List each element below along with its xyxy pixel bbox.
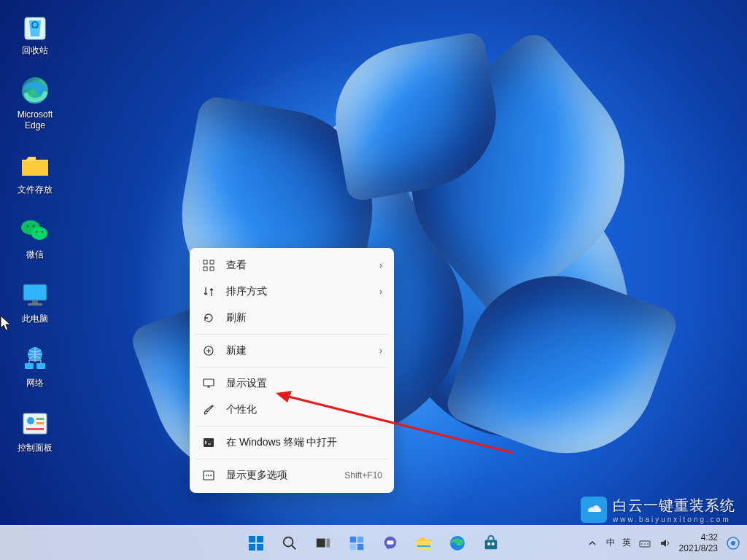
chevron-right-icon: › [379, 260, 382, 271]
edge-taskbar-button[interactable] [443, 529, 472, 558]
context-menu-refresh[interactable]: 刷新 [194, 305, 390, 331]
context-menu-label: 在 Windows 终端 中打开 [226, 436, 382, 449]
context-menu-label: 刷新 [226, 311, 382, 324]
desktop-icon-label: 回收站 [22, 45, 48, 55]
desktop-icon-label: Microsoft Edge [7, 109, 63, 131]
svg-point-29 [208, 475, 209, 476]
svg-point-4 [27, 225, 29, 227]
context-menu-new[interactable]: 新建 › [194, 338, 390, 364]
system-tray: 中 英 4:32 2021/8/23 [586, 526, 741, 561]
terminal-icon [201, 435, 216, 450]
svg-rect-50 [485, 540, 498, 549]
desktop-icons-column: 回收站 Microsoft Edge [7, 7, 63, 456]
grid-icon [201, 258, 216, 273]
svg-rect-22 [204, 267, 207, 271]
watermark-url: www.baiyunxitong.com [613, 516, 735, 524]
context-menu-separator [196, 459, 388, 459]
svg-rect-40 [327, 538, 330, 547]
svg-rect-39 [317, 538, 325, 547]
desktop-icon-label: 控制面板 [18, 443, 53, 453]
svg-rect-44 [357, 543, 363, 549]
search-button[interactable] [275, 529, 304, 558]
plus-circle-icon [201, 343, 216, 358]
svg-rect-43 [350, 543, 356, 549]
svg-rect-19 [26, 428, 44, 430]
svg-rect-48 [417, 545, 430, 547]
widgets-button[interactable] [342, 529, 371, 558]
clock-date: 2021/8/23 [679, 543, 718, 553]
desktop-icon-label: 文件存放 [18, 184, 53, 195]
tray-chevron-up-icon[interactable] [586, 537, 599, 550]
folder-icon [19, 149, 51, 182]
context-menu-shortcut: Shift+F10 [344, 470, 382, 481]
edge-icon [19, 74, 51, 106]
svg-point-28 [206, 475, 207, 476]
svg-rect-41 [350, 536, 356, 542]
svg-rect-47 [417, 541, 431, 549]
svg-rect-13 [25, 363, 34, 369]
desktop-icon-edge[interactable]: Microsoft Edge [7, 71, 63, 133]
svg-point-37 [284, 537, 293, 546]
context-menu-personalize[interactable]: 个性化 [194, 397, 390, 423]
context-menu-open-terminal[interactable]: 在 Windows 终端 中打开 [194, 429, 390, 456]
context-menu-label: 排序方式 [226, 285, 379, 298]
ime-indicator-1[interactable]: 中 [606, 537, 615, 549]
watermark: 白云一键重装系统 www.baiyunxitong.com [581, 496, 735, 524]
taskbar-clock[interactable]: 4:32 2021/8/23 [679, 532, 718, 553]
svg-point-7 [42, 230, 44, 233]
svg-rect-21 [210, 260, 214, 264]
clock-time: 4:32 [679, 532, 718, 542]
network-tray-icon[interactable] [638, 537, 651, 550]
desktop-icon-this-pc[interactable]: 此电脑 [7, 276, 63, 327]
display-icon [201, 376, 216, 391]
svg-rect-36 [257, 544, 263, 551]
context-menu-label: 新建 [226, 344, 379, 357]
context-menu-label: 个性化 [226, 403, 382, 416]
desktop-icon-recycle-bin[interactable]: 回收站 [7, 7, 63, 58]
desktop-icon-label: 微信 [26, 249, 44, 260]
svg-rect-26 [204, 438, 214, 447]
network-icon [19, 343, 51, 375]
sort-icon [201, 284, 216, 299]
svg-rect-52 [492, 542, 495, 545]
desktop-icon-label: 此电脑 [22, 314, 48, 324]
explorer-button[interactable] [409, 529, 438, 558]
svg-rect-34 [257, 536, 263, 542]
context-menu-label: 显示设置 [226, 377, 382, 390]
svg-rect-20 [204, 260, 207, 264]
chat-button[interactable] [376, 529, 405, 558]
svg-point-5 [33, 225, 35, 227]
wechat-icon [19, 214, 51, 246]
svg-rect-33 [249, 536, 255, 542]
context-menu-label: 查看 [226, 259, 379, 272]
desktop-icon-wechat[interactable]: 微信 [7, 211, 63, 262]
volume-tray-icon[interactable] [659, 537, 672, 550]
context-menu-display-settings[interactable]: 显示设置 [194, 370, 390, 397]
brush-icon [201, 402, 216, 417]
svg-point-30 [210, 475, 212, 476]
desktop[interactable]: 回收站 Microsoft Edge [0, 0, 747, 560]
taskview-button[interactable] [309, 529, 338, 558]
svg-point-16 [27, 417, 34, 424]
desktop-icon-folder-files[interactable]: 文件存放 [7, 147, 63, 198]
more-icon [201, 468, 216, 483]
svg-rect-51 [487, 542, 490, 545]
store-button[interactable] [476, 529, 506, 558]
svg-rect-8 [23, 284, 47, 300]
watermark-logo-icon [581, 497, 607, 523]
context-menu-show-more[interactable]: 显示更多选项 Shift+F10 [194, 462, 390, 489]
svg-rect-11 [28, 303, 42, 306]
desktop-icon-control-panel[interactable]: 控制面板 [7, 405, 63, 456]
svg-rect-23 [210, 267, 214, 271]
svg-rect-25 [204, 379, 214, 386]
desktop-icon-network[interactable]: 网络 [7, 340, 63, 391]
context-menu-view[interactable]: 查看 › [194, 252, 390, 279]
svg-rect-17 [36, 418, 44, 420]
ime-indicator-2[interactable]: 英 [622, 537, 631, 549]
notifications-tray-icon[interactable] [725, 537, 741, 550]
svg-rect-46 [387, 540, 393, 545]
context-menu-separator [196, 426, 388, 427]
context-menu-sort[interactable]: 排序方式 › [194, 279, 390, 305]
svg-point-55 [731, 541, 735, 545]
start-button[interactable] [241, 529, 271, 558]
